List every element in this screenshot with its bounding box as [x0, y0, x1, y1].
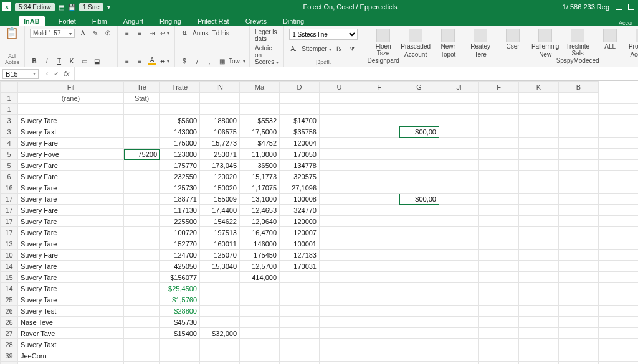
- cell[interactable]: [519, 238, 559, 250]
- cell[interactable]: [280, 339, 320, 350]
- cell[interactable]: [439, 194, 479, 205]
- row-header[interactable]: 17: [1, 216, 18, 227]
- cell[interactable]: [359, 205, 399, 216]
- ribbon-big-5[interactable]: PallerrinigNew: [530, 29, 560, 58]
- cell[interactable]: [439, 104, 479, 115]
- cell[interactable]: 146000: [240, 238, 280, 250]
- cell[interactable]: [559, 272, 599, 283]
- cell[interactable]: [399, 306, 439, 317]
- cell[interactable]: 250071: [200, 149, 240, 160]
- cell[interactable]: [519, 294, 559, 306]
- cell[interactable]: [559, 306, 599, 317]
- table-row[interactable]: 26Suvery Test$28800: [1, 306, 639, 317]
- cell[interactable]: [559, 250, 599, 261]
- cell[interactable]: [124, 227, 160, 238]
- cell[interactable]: [320, 238, 359, 250]
- ribbon-big-3[interactable]: ReateyTere: [465, 29, 495, 58]
- formula-input[interactable]: [74, 67, 638, 80]
- cell[interactable]: [599, 294, 639, 306]
- cell[interactable]: 15,7273: [200, 138, 240, 149]
- cell[interactable]: [519, 261, 559, 272]
- cell[interactable]: $00,00: [399, 126, 439, 138]
- cell[interactable]: Nase Teve: [18, 317, 124, 328]
- cell[interactable]: [124, 339, 160, 350]
- tab-forlet[interactable]: Forlet: [56, 16, 79, 26]
- cell[interactable]: 175000: [160, 138, 200, 149]
- tab-crewts[interactable]: Crewts: [243, 16, 269, 26]
- cell[interactable]: 120000: [280, 216, 320, 227]
- cell[interactable]: [359, 306, 399, 317]
- cell[interactable]: [479, 339, 519, 350]
- col-header[interactable]: Fil: [18, 82, 124, 93]
- table-row[interactable]: 17Suvery Tare10072019751316,4700120007: [1, 227, 639, 238]
- fx-cancel-icon[interactable]: ‹: [46, 70, 49, 78]
- cell[interactable]: [320, 350, 359, 362]
- cell[interactable]: [124, 261, 160, 272]
- cell[interactable]: [399, 104, 439, 115]
- cell[interactable]: [439, 261, 479, 272]
- cell[interactable]: 17,5000: [240, 126, 280, 138]
- sort-icon[interactable]: ⇅: [180, 29, 189, 37]
- header-cell[interactable]: [519, 93, 559, 104]
- cell[interactable]: Raver Tave: [18, 328, 124, 339]
- cell[interactable]: [399, 317, 439, 328]
- cell[interactable]: [200, 362, 240, 365]
- header-cell[interactable]: (rane): [18, 93, 124, 104]
- cell[interactable]: 27,1096: [280, 182, 320, 194]
- cell[interactable]: [320, 283, 359, 294]
- cell[interactable]: [18, 362, 124, 365]
- dec-indent-icon[interactable]: ≡: [123, 57, 131, 65]
- table-row[interactable]: 4Suvery Fare17500015,7273$4752120004: [1, 138, 639, 149]
- cell[interactable]: [519, 182, 559, 194]
- cell[interactable]: [519, 283, 559, 294]
- fill-icon[interactable]: A: [148, 57, 156, 65]
- ribbon-big-1[interactable]: PrascadedAccount: [401, 29, 431, 58]
- cell[interactable]: [559, 104, 599, 115]
- cell[interactable]: Suvery Fare: [18, 205, 124, 216]
- header-cell[interactable]: [160, 93, 200, 104]
- minimize-icon[interactable]: [616, 4, 622, 10]
- cell[interactable]: [359, 272, 399, 283]
- cell[interactable]: 127183: [280, 250, 320, 261]
- cell[interactable]: $35756: [280, 126, 320, 138]
- row-header[interactable]: 28: [1, 339, 18, 350]
- cell[interactable]: [124, 205, 160, 216]
- cell[interactable]: [200, 283, 240, 294]
- cell[interactable]: [599, 171, 639, 182]
- select-all-corner[interactable]: [1, 82, 18, 93]
- cell[interactable]: [439, 294, 479, 306]
- row-header[interactable]: 3: [1, 115, 18, 126]
- cell[interactable]: 414,000: [240, 272, 280, 283]
- cell[interactable]: [124, 115, 160, 126]
- cell[interactable]: [479, 126, 519, 138]
- ribbon-big-6[interactable]: Treslinte SalsSpspyModeced: [563, 29, 593, 65]
- cell[interactable]: [359, 216, 399, 227]
- cell[interactable]: $15400: [160, 328, 200, 339]
- cell[interactable]: [124, 306, 160, 317]
- cell[interactable]: [399, 227, 439, 238]
- cell[interactable]: [519, 216, 559, 227]
- row-header[interactable]: 13: [1, 238, 18, 250]
- cell[interactable]: 188771: [160, 194, 200, 205]
- cell[interactable]: [359, 126, 399, 138]
- fx-enter-icon[interactable]: ✓: [54, 70, 59, 78]
- cell[interactable]: [439, 306, 479, 317]
- cell[interactable]: [559, 317, 599, 328]
- brush-icon[interactable]: ✎: [91, 29, 100, 38]
- cell[interactable]: 15,3040: [200, 261, 240, 272]
- cell[interactable]: [124, 294, 160, 306]
- table-row[interactable]: 3Suvery Tare$5600188000$5532$14700: [1, 115, 639, 126]
- cell[interactable]: [479, 238, 519, 250]
- cell[interactable]: [479, 194, 519, 205]
- tab-rnging[interactable]: Rnging: [157, 16, 184, 26]
- col-header[interactable]: IN: [200, 82, 240, 93]
- cell[interactable]: 120004: [280, 138, 320, 149]
- cell[interactable]: [479, 306, 519, 317]
- cell[interactable]: [599, 317, 639, 328]
- cell[interactable]: [240, 104, 280, 115]
- col-header[interactable]: Ma: [240, 82, 280, 93]
- cell[interactable]: [479, 104, 519, 115]
- header-cell[interactable]: [479, 93, 519, 104]
- cell[interactable]: [124, 194, 160, 205]
- cell[interactable]: 75200: [124, 149, 160, 160]
